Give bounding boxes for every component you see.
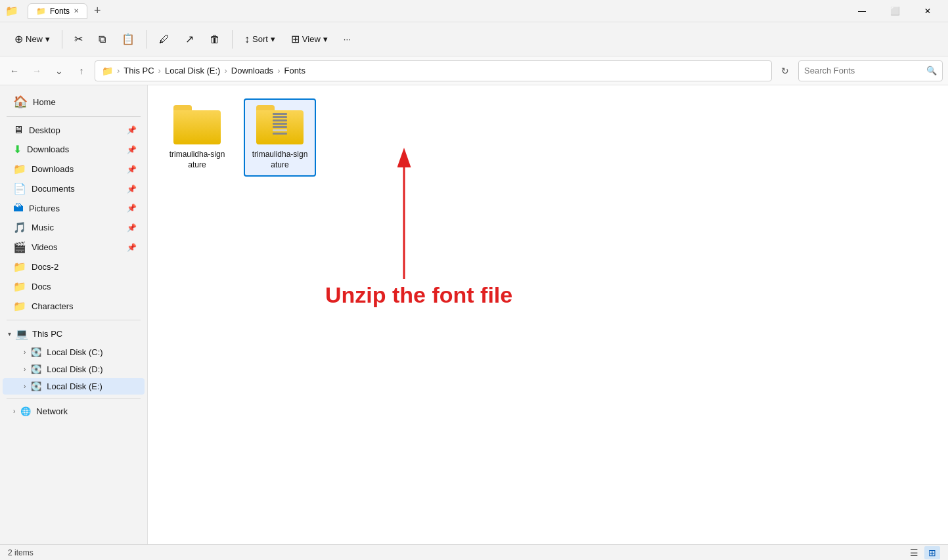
copy-button[interactable]: ⧉ bbox=[92, 30, 112, 49]
sidebar-sep-2 bbox=[7, 320, 141, 320]
videos-pin: 📌 bbox=[127, 243, 137, 252]
search-box[interactable]: 🔍 bbox=[798, 60, 943, 81]
sidebar-item-docs2[interactable]: 📁 Docs-2 bbox=[3, 257, 145, 276]
sidebar-item-pictures[interactable]: 🏔 Pictures 📌 bbox=[3, 199, 145, 217]
annotation-text: Unzip the font file bbox=[325, 282, 512, 308]
toolbar-sep-2 bbox=[147, 30, 147, 49]
videos-icon: 🎬 bbox=[13, 241, 26, 253]
back-button[interactable]: ← bbox=[5, 62, 24, 80]
sidebar-item-downloads-2[interactable]: 📁 Downloads 📌 bbox=[3, 160, 145, 179]
sort-label: Sort bbox=[252, 34, 268, 44]
drive-e-label: Local Disk (E:) bbox=[47, 381, 137, 391]
sidebar-drive-c[interactable]: › 💽 Local Disk (C:) bbox=[3, 344, 145, 360]
rename-icon: 🖊 bbox=[159, 33, 169, 45]
forward-button[interactable]: → bbox=[28, 62, 46, 80]
more-button[interactable]: ··· bbox=[337, 31, 357, 47]
desktop-pin: 📌 bbox=[127, 125, 137, 135]
recent-locations-btn[interactable]: ⌄ bbox=[50, 62, 68, 80]
drive-c-label: Local Disk (C:) bbox=[47, 347, 137, 357]
up-button[interactable]: ↑ bbox=[72, 62, 91, 80]
sort-icon: ↕ bbox=[244, 33, 250, 45]
new-button[interactable]: ⊕ New ▾ bbox=[8, 30, 56, 49]
downloads-2-pin: 📌 bbox=[127, 165, 137, 174]
file-item-folder[interactable]: trimaulidha-signature bbox=[161, 98, 233, 177]
tab-icon: 📁 bbox=[36, 7, 46, 16]
list-view-btn[interactable]: ☰ bbox=[906, 546, 922, 559]
network-icon: 🌐 bbox=[20, 406, 31, 416]
sidebar-item-home[interactable]: 🏠 Home bbox=[3, 91, 145, 112]
sidebar-docs2-label: Docs-2 bbox=[32, 262, 137, 272]
zip-lines bbox=[273, 112, 287, 136]
pictures-icon: 🏔 bbox=[13, 202, 24, 214]
sort-chevron: ▾ bbox=[271, 34, 275, 44]
maximize-btn[interactable]: ⬜ bbox=[880, 0, 910, 22]
view-button[interactable]: ⊞ View ▾ bbox=[284, 30, 334, 49]
window-controls: — ⬜ ✕ bbox=[847, 0, 943, 22]
folder-icon-wrap-1 bbox=[173, 105, 221, 144]
view-icon: ⊞ bbox=[291, 33, 300, 45]
path-local-disk-e: Local Disk (E:) bbox=[165, 66, 221, 75]
drive-e-icon: 💽 bbox=[31, 381, 41, 391]
toolbar-sep-1 bbox=[62, 30, 62, 49]
tab-close-btn[interactable]: ✕ bbox=[74, 7, 79, 14]
pictures-pin: 📌 bbox=[127, 204, 137, 213]
paste-icon: 📋 bbox=[122, 33, 135, 45]
sidebar-this-pc-header[interactable]: ▾ 💻 This PC bbox=[0, 324, 147, 343]
sidebar-sep-3 bbox=[7, 398, 141, 399]
this-pc-folder-icon: 💻 bbox=[15, 328, 28, 340]
close-btn[interactable]: ✕ bbox=[913, 0, 943, 22]
share-button[interactable]: ↗ bbox=[179, 30, 200, 49]
sidebar-pictures-label: Pictures bbox=[29, 204, 122, 213]
sidebar-item-docs[interactable]: 📁 Docs bbox=[3, 277, 145, 296]
sidebar-item-desktop[interactable]: 🖥 Desktop 📌 bbox=[3, 121, 145, 139]
sidebar-item-documents[interactable]: 📄 Documents 📌 bbox=[3, 179, 145, 198]
file-item-zip[interactable]: trimaulidha-signature bbox=[244, 98, 316, 177]
toolbar-sep-3 bbox=[232, 30, 233, 49]
this-pc-expand-icon: ▾ bbox=[8, 330, 11, 337]
downloads-1-pin: 📌 bbox=[127, 145, 137, 154]
address-path[interactable]: 📁 › This PC › Local Disk (E:) › Download… bbox=[95, 60, 772, 81]
title-bar-left: 📁 📁 Fonts ✕ + bbox=[5, 3, 105, 19]
sidebar-network-label: Network bbox=[36, 406, 137, 416]
path-downloads: Downloads bbox=[231, 66, 273, 75]
file-area: trimaulidha-signature bbox=[148, 85, 948, 544]
sidebar-docs-label: Docs bbox=[32, 282, 137, 291]
cut-button[interactable]: ✂ bbox=[68, 30, 89, 49]
documents-pin: 📌 bbox=[127, 184, 137, 194]
addressbar: ← → ⌄ ↑ 📁 › This PC › Local Disk (E:) › … bbox=[0, 56, 948, 85]
sidebar-music-label: Music bbox=[32, 223, 122, 232]
cut-icon: ✂ bbox=[74, 33, 83, 45]
search-input[interactable] bbox=[804, 66, 924, 75]
sidebar-item-music[interactable]: 🎵 Music 📌 bbox=[3, 218, 145, 237]
rename-button[interactable]: 🖊 bbox=[152, 30, 176, 49]
grid-view-btn[interactable]: ⊞ bbox=[924, 546, 940, 559]
sidebar-documents-label: Documents bbox=[32, 184, 122, 194]
new-tab-btn[interactable]: + bbox=[90, 3, 105, 19]
folder-icon-wrap-2 bbox=[256, 105, 304, 144]
sidebar-item-characters[interactable]: 📁 Characters bbox=[3, 297, 145, 316]
active-tab[interactable]: 📁 Fonts ✕ bbox=[28, 3, 87, 19]
delete-button[interactable]: 🗑 bbox=[203, 30, 227, 49]
minimize-btn[interactable]: — bbox=[847, 0, 877, 22]
status-bar: 2 items ☰ ⊞ bbox=[0, 544, 948, 560]
sidebar-item-videos[interactable]: 🎬 Videos 📌 bbox=[3, 238, 145, 257]
sidebar-drive-d[interactable]: › 💽 Local Disk (D:) bbox=[3, 361, 145, 377]
main-content: 🏠 Home 🖥 Desktop 📌 ⬇ Downloads 📌 📁 Downl… bbox=[0, 85, 948, 544]
sort-button[interactable]: ↕ Sort ▾ bbox=[238, 30, 282, 49]
path-this-pc: This PC bbox=[124, 66, 154, 75]
sidebar-videos-label: Videos bbox=[32, 242, 122, 252]
tab-title: Fonts bbox=[50, 7, 70, 16]
drive-d-icon: 💽 bbox=[31, 364, 41, 374]
refresh-button[interactable]: ↻ bbox=[776, 62, 794, 80]
sidebar-item-network[interactable]: › 🌐 Network bbox=[3, 403, 145, 420]
title-bar: 📁 📁 Fonts ✕ + — ⬜ ✕ bbox=[0, 0, 948, 22]
drive-c-expand: › bbox=[24, 349, 26, 356]
paste-button[interactable]: 📋 bbox=[115, 30, 141, 49]
sidebar-drive-e[interactable]: › 💽 Local Disk (E:) bbox=[3, 378, 145, 395]
view-label: View bbox=[302, 34, 321, 44]
sidebar-item-downloads-1[interactable]: ⬇ Downloads 📌 bbox=[3, 140, 145, 159]
drive-d-expand: › bbox=[24, 366, 26, 373]
docs-icon: 📁 bbox=[13, 280, 26, 293]
documents-icon: 📄 bbox=[13, 183, 26, 195]
item-count: 2 items bbox=[8, 548, 34, 557]
